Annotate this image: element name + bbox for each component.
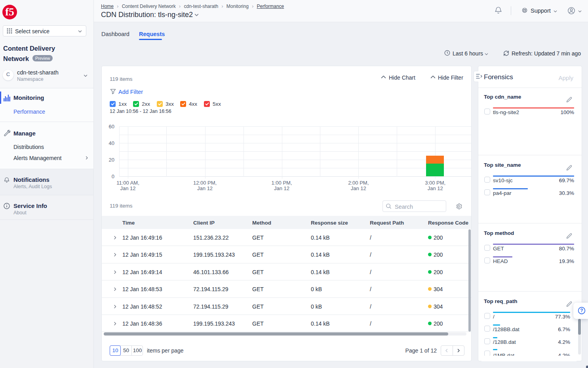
svg-text:?: ? — [580, 308, 583, 313]
